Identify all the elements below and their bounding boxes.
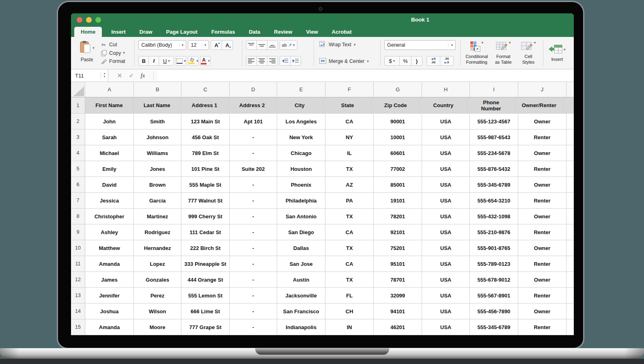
cell-C5[interactable]: 101 Pine St [181,161,230,177]
cell-I13[interactable]: 555-567-8901 [470,288,518,304]
thousands-separator-button[interactable]: ) [411,56,422,66]
cell-I15[interactable]: 555-345-6789 [470,319,518,335]
cell-H9[interactable]: USA [422,224,470,240]
cell-C6[interactable]: 555 Maple St [181,177,230,193]
cell-C7[interactable]: 777 Walnut St [181,193,230,209]
cell-D2[interactable]: Apt 101 [230,114,277,129]
cell-B3[interactable]: Johnson [134,129,181,145]
row-header-15[interactable]: 15 [71,319,85,335]
cell-A3[interactable]: Sarah [85,129,134,145]
conditional-formatting-button[interactable]: ≠ ▾ Conditional Formatting [463,41,490,65]
cell-D14[interactable]: - [230,304,277,319]
cell-A13[interactable]: Jennifer [85,288,134,304]
cell-C2[interactable]: 123 Main St [181,114,230,129]
cell-A8[interactable]: Christopher [85,209,134,224]
cell-H4[interactable]: USA [422,145,470,161]
cell-F5[interactable]: TX [325,161,374,177]
cell-G10[interactable]: 75201 [374,240,422,256]
currency-format-button[interactable]: $ ▾ [384,56,400,66]
row-header-14[interactable]: 14 [71,304,85,319]
cell-C13[interactable]: 555 Lemon St [181,288,230,304]
align-left-button[interactable] [246,56,257,66]
close-window-button[interactable] [77,17,82,23]
bold-button[interactable]: B [138,56,149,66]
cell-J5[interactable]: Renter [518,161,566,177]
cell-E2[interactable]: Los Angeles [277,114,325,129]
cell-A5[interactable]: Emily [85,161,134,177]
cell-H7[interactable]: USA [422,193,470,209]
column-header-F[interactable]: F [325,82,374,97]
cell-G4[interactable]: 60601 [374,145,422,161]
cell-B12[interactable]: Gonzales [134,272,181,288]
tab-draw[interactable]: Draw [135,27,157,37]
cell-D11[interactable]: - [230,256,277,272]
cell-F14[interactable]: CH [325,304,374,319]
cell-H2[interactable]: USA [422,114,470,129]
align-bottom-button[interactable] [267,40,278,50]
cell-I9[interactable]: 555-210-9876 [470,224,518,240]
cell-J13[interactable]: Renter [518,288,566,304]
cell-F2[interactable]: CA [325,114,374,129]
cell-D4[interactable]: - [230,145,277,161]
cell-I7[interactable]: 555-654-3210 [470,193,518,209]
cell-D5[interactable]: Suite 202 [230,161,277,177]
cell-D7[interactable]: - [230,193,277,209]
cell-A1[interactable]: First Name [85,97,134,114]
cell-B8[interactable]: Martinez [134,209,181,224]
cell-G7[interactable]: 19101 [374,193,422,209]
underline-dropdown-caret[interactable]: ▾ [168,59,170,63]
insert-cells-button[interactable]: ▾ Insert [549,45,566,62]
cell-D8[interactable]: - [230,209,277,224]
tab-formulas[interactable]: Formulas [207,27,240,37]
font-family-select[interactable]: Calibri (Body) ▾ [138,40,186,50]
cell-F7[interactable]: PA [325,193,374,209]
copy-button[interactable]: Copy ▾ [100,49,125,57]
column-header-A[interactable]: A [85,82,134,97]
cell-D9[interactable]: - [230,224,277,240]
cell-B6[interactable]: Brown [134,177,181,193]
cell-I3[interactable]: 555-987-6543 [470,129,518,145]
cell-I10[interactable]: 555-901-8765 [470,240,518,256]
wrap-text-button[interactable]: Wrap Text ▾ [319,40,377,50]
cell-E1[interactable]: City [276,97,324,114]
cell-E14[interactable]: San Francisco [277,304,325,319]
minimize-window-button[interactable] [86,17,92,23]
copy-dropdown-caret[interactable]: ▾ [123,51,125,55]
tab-data[interactable]: Data [244,27,265,37]
row-header-5[interactable]: 5 [71,161,85,177]
align-right-button[interactable] [267,56,278,66]
cell-F6[interactable]: AZ [325,177,374,193]
cell-E9[interactable]: San Diego [277,224,325,240]
tab-review[interactable]: Review [269,27,297,37]
cell-A12[interactable]: James [85,272,134,288]
cell-J10[interactable]: Owner [518,240,566,256]
row-header-13[interactable]: 13 [71,288,85,304]
cell-G9[interactable]: 92101 [374,224,422,240]
tab-page-layout[interactable]: Page Layout [162,27,202,37]
cell-D6[interactable]: - [230,177,277,193]
underline-button[interactable]: U ▾ [159,56,174,66]
cell-I11[interactable]: 555-789-0123 [470,256,518,272]
cell-G6[interactable]: 85001 [374,177,422,193]
row-header-10[interactable]: 10 [71,240,85,256]
cell-C4[interactable]: 789 Elm St [181,145,230,161]
cell-F8[interactable]: TX [325,209,374,224]
cell-H15[interactable]: USA [422,319,470,335]
cell-B15[interactable]: Moore [134,319,181,335]
cell-J15[interactable]: Renter [518,319,566,335]
row-header-2[interactable]: 2 [71,114,85,129]
cell-E8[interactable]: San Antonio [277,209,325,224]
cell-B9[interactable]: Rodriguez [134,224,181,240]
cell-A15[interactable]: Amanda [85,319,134,335]
cell-D1[interactable]: Address 2 [228,97,276,114]
orientation-dropdown-caret[interactable]: ▾ [293,43,295,47]
borders-dropdown-caret[interactable]: ▾ [184,59,186,63]
align-top-button[interactable] [246,40,257,50]
cell-H3[interactable]: USA [422,129,470,145]
cell-E10[interactable]: Dallas [277,240,325,256]
decrease-font-size-button[interactable]: A▼ [222,40,233,50]
merge-center-button[interactable]: Merge & Center ▾ [319,56,377,66]
cell-G1[interactable]: Zip Code [372,97,420,114]
cell-J8[interactable]: Owner [518,209,566,224]
cell-styles-caret[interactable]: ▾ [534,41,536,45]
